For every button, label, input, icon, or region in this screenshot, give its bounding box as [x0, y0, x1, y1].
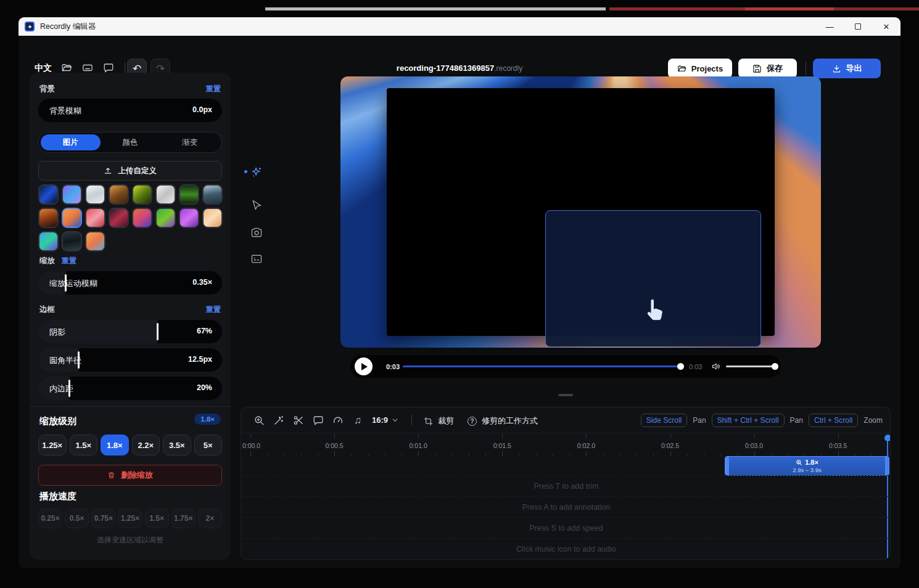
- border-slider-圆角半径[interactable]: 圆角半径12.5px: [38, 348, 222, 372]
- speed-option-0.5×[interactable]: 0.5×: [65, 508, 89, 528]
- close-button[interactable]: ✕: [872, 17, 900, 36]
- minimize-button[interactable]: —: [815, 17, 844, 36]
- maximize-button[interactable]: [844, 17, 872, 36]
- background-thumbnail-white-landscape[interactable]: [85, 184, 105, 205]
- timeline-toolbar: ♫ 16:9 裁剪 ? 修剪的工作方式 Side ScrollPanShift …: [241, 407, 891, 433]
- export-button[interactable]: 导出: [813, 59, 881, 78]
- background-thumbnail-green-purple-flow[interactable]: [155, 208, 176, 228]
- save-button[interactable]: 保存: [738, 59, 797, 78]
- volume-handle[interactable]: [772, 363, 778, 370]
- slider-handle[interactable]: [157, 323, 159, 340]
- background-thumbnail-red-pink-waves[interactable]: [85, 208, 105, 228]
- scissors-icon[interactable]: [293, 415, 304, 426]
- background-thumbnail-mountain-lake[interactable]: [202, 184, 223, 205]
- background-thumbnail-violet-pink[interactable]: [179, 208, 199, 228]
- auto-zoom-effects-icon[interactable]: [250, 166, 263, 178]
- background-thumbnail-sunset-waves[interactable]: [132, 208, 152, 228]
- background-thumbnail-green-matrix[interactable]: [179, 184, 199, 205]
- zoom-level-option-3.5×[interactable]: 3.5×: [163, 435, 191, 455]
- ruler-tick: [267, 454, 268, 457]
- speed-option-0.25×[interactable]: 0.25×: [38, 508, 62, 528]
- background-thumbnail-purple-blue-flow[interactable]: [62, 184, 82, 205]
- seek-handle[interactable]: [677, 363, 684, 370]
- crop-button[interactable]: 裁剪: [424, 415, 454, 427]
- ruler-major-tick: [586, 433, 587, 438]
- zoom-segment[interactable]: 1.8× 2.9s – 3.9s: [725, 456, 889, 476]
- window-title: Recordly 编辑器: [40, 22, 96, 32]
- border-slider-阴影[interactable]: 阴影67%: [38, 320, 222, 343]
- background-thumbnail-aurora-blue[interactable]: [38, 231, 59, 251]
- track-hint-row: Press A to add annotation: [241, 496, 891, 517]
- shortcut-badge: Side Scroll: [641, 414, 687, 427]
- zoom-motion-blur-slider[interactable]: 缩放运动模糊 0.35×: [38, 271, 222, 295]
- ruler-tick: [519, 454, 520, 457]
- zoom-level-option-5×[interactable]: 5×: [194, 435, 223, 455]
- projects-button[interactable]: Projects: [668, 59, 732, 78]
- background-thumbnail-night-mountain[interactable]: [62, 231, 82, 251]
- upload-custom-button[interactable]: 上传自定义: [38, 161, 222, 181]
- border-slider-内边距[interactable]: 内边距20%: [38, 377, 222, 400]
- volume-icon[interactable]: [711, 362, 720, 371]
- background-thumbnail-dark-blue-abstract[interactable]: [38, 184, 59, 205]
- magic-wand-icon[interactable]: [273, 415, 284, 426]
- aspect-ratio-dropdown[interactable]: 16:9: [372, 415, 398, 425]
- ruler-label: 0:03.0: [745, 442, 763, 449]
- speed-option-1.25×[interactable]: 1.25×: [118, 508, 142, 528]
- timeline-resize-handle[interactable]: [558, 394, 573, 396]
- background-section-title: 背景: [39, 84, 55, 94]
- volume-slider[interactable]: [726, 365, 775, 367]
- background-thumbnail-amber-dusk[interactable]: [38, 208, 59, 228]
- ruler-major-tick: [754, 433, 755, 438]
- trim-help-button[interactable]: ? 修剪的工作方式: [468, 415, 538, 427]
- background-thumbnail-cloud-sunset[interactable]: [85, 231, 105, 251]
- background-thumbnail-peach-cream[interactable]: [202, 208, 223, 228]
- seek-slider[interactable]: [403, 365, 681, 367]
- speed-option-1.5×[interactable]: 1.5×: [145, 508, 169, 528]
- background-tab-颜色[interactable]: 颜色: [101, 134, 160, 150]
- background-thumbnail-green-yellow-abstract[interactable]: [132, 184, 152, 205]
- zoom-level-option-2.2×[interactable]: 2.2×: [132, 435, 160, 455]
- ruler-major-tick: [502, 433, 503, 438]
- background-tab-图片[interactable]: 图片: [41, 134, 101, 150]
- recorded-screen: [387, 88, 775, 336]
- background-thumbnail-orange-blue-rays[interactable]: [62, 208, 82, 228]
- projects-folder-icon: [677, 64, 686, 73]
- zoom-reset-link[interactable]: 重置: [62, 256, 76, 266]
- camera-tool-icon[interactable]: [250, 226, 263, 239]
- zoom-in-icon[interactable]: [253, 415, 265, 426]
- delete-zoom-button[interactable]: 删除缩放: [38, 465, 222, 486]
- background-thumbnail-white-ripple[interactable]: [155, 184, 176, 205]
- ruler-tick: [368, 454, 369, 457]
- captions-tool-icon[interactable]: [250, 253, 263, 265]
- speed-option-2×[interactable]: 2×: [198, 508, 222, 528]
- annotation-icon[interactable]: [313, 415, 324, 426]
- music-icon[interactable]: ♫: [352, 415, 363, 426]
- background-reset-link[interactable]: 重置: [206, 84, 221, 94]
- background-thumbnail-dark-red-purple[interactable]: [109, 208, 129, 228]
- segment-left-handle[interactable]: [725, 457, 729, 475]
- zoom-level-option-1.8×[interactable]: 1.8×: [101, 435, 129, 455]
- active-tool-indicator-dot: [244, 170, 247, 173]
- preview-canvas[interactable]: [340, 76, 821, 348]
- ruler-major-tick: [334, 433, 335, 438]
- background-thumbnail-orange-terrain[interactable]: [109, 184, 129, 205]
- speed-option-1.75×[interactable]: 1.75×: [171, 508, 196, 528]
- cursor-tool-icon[interactable]: [250, 199, 263, 211]
- ruler-major-tick: [670, 433, 671, 438]
- background-blur-slider[interactable]: 背景模糊 0.0px: [38, 99, 222, 122]
- ruler-label: 0:03.5: [829, 442, 847, 449]
- ruler-tick: [385, 454, 385, 457]
- speed-option-0.75×[interactable]: 0.75×: [91, 508, 115, 528]
- zoom-target-region[interactable]: [545, 210, 761, 347]
- ruler-tick: [284, 454, 284, 457]
- app-icon: [25, 22, 35, 31]
- timeline-ruler[interactable]: 0:00.00:00.50:01.00:01.50:02.00:02.50:03…: [241, 433, 891, 457]
- zoom-level-option-1.5×[interactable]: 1.5×: [70, 435, 98, 455]
- border-reset-link[interactable]: 重置: [206, 304, 221, 315]
- background-tab-渐变[interactable]: 渐变: [160, 134, 220, 150]
- speed-gauge-icon[interactable]: [332, 415, 344, 426]
- play-button[interactable]: [355, 357, 373, 375]
- background-thumbnails: [38, 184, 223, 251]
- zoom-level-option-1.25×[interactable]: 1.25×: [38, 435, 67, 455]
- ruler-tick: [670, 451, 671, 457]
